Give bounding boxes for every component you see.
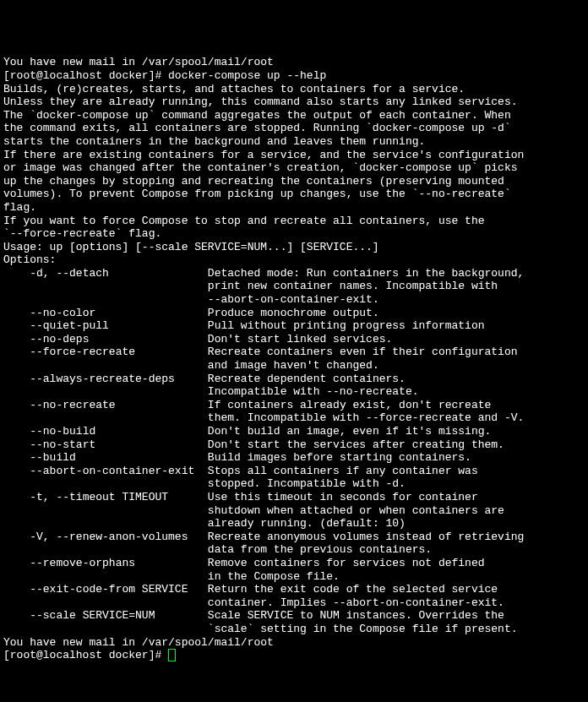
- terminal-line: `scale` setting in the Compose file if p…: [3, 623, 585, 636]
- terminal-line: -t, --timeout TIMEOUT Use this timeout i…: [3, 491, 585, 504]
- terminal-line: --no-build Don't build an image, even if…: [3, 425, 585, 438]
- terminal-line: Incompatible with --no-recreate.: [3, 385, 585, 399]
- terminal-line: `--force-recreate` flag.: [3, 227, 585, 241]
- terminal-line: stopped. Incompatible with -d.: [3, 477, 585, 491]
- terminal-line: Builds, (re)creates, starts, and attache…: [3, 83, 585, 96]
- terminal-line: Usage: up [options] [--scale SERVICE=NUM…: [3, 241, 585, 254]
- terminal-line: --remove-orphans Remove containers for s…: [3, 557, 585, 570]
- terminal-line: --no-color Produce monochrome output.: [3, 307, 585, 320]
- terminal-line: If there are existing containers for a s…: [3, 149, 585, 162]
- terminal-line: or image was changed after the container…: [3, 161, 585, 175]
- terminal-line: starts the containers in the background …: [3, 135, 585, 149]
- terminal-line: -V, --renew-anon-volumes Recreate anonym…: [3, 531, 585, 544]
- terminal-line: volumes). To prevent Compose from pickin…: [3, 188, 585, 201]
- terminal-line: data from the previous containers.: [3, 543, 585, 557]
- terminal-line: --abort-on-container-exit Stops all cont…: [3, 465, 585, 478]
- terminal-line: --exit-code-from SERVICE Return the exit…: [3, 583, 585, 596]
- terminal-line: --always-recreate-deps Recreate dependen…: [3, 373, 585, 386]
- terminal-line: flag.: [3, 201, 585, 215]
- terminal-line: container. Implies --abort-on-container-…: [3, 596, 585, 610]
- terminal-line: You have new mail in /var/spool/mail/roo…: [3, 636, 585, 650]
- terminal-line: --force-recreate Recreate containers eve…: [3, 346, 585, 359]
- terminal-line: Options:: [3, 253, 585, 267]
- terminal-line: --no-deps Don't start linked services.: [3, 333, 585, 346]
- terminal-line: up the changes by stopping and recreatin…: [3, 175, 585, 188]
- terminal-line: in the Compose file.: [3, 570, 585, 584]
- terminal-line: and image haven't changed.: [3, 359, 585, 373]
- terminal-line: --no-start Don't start the services afte…: [3, 438, 585, 452]
- terminal-line: --scale SERVICE=NUM Scale SERVICE to NUM…: [3, 609, 585, 623]
- terminal-line: The `docker-compose up` command aggregat…: [3, 109, 585, 122]
- cursor: [168, 649, 176, 661]
- terminal-line: print new container names. Incompatible …: [3, 280, 585, 293]
- terminal-line: them. Incompatible with --force-recreate…: [3, 411, 585, 425]
- terminal-line: Unless they are already running, this co…: [3, 95, 585, 109]
- terminal-line: If you want to force Compose to stop and…: [3, 215, 585, 228]
- terminal-line: the command exits, all containers are st…: [3, 122, 585, 135]
- shell-prompt: [root@localhost docker]#: [3, 649, 168, 661]
- terminal-line: [root@localhost docker]# docker-compose …: [3, 69, 585, 83]
- terminal-line: --build Build images before starting con…: [3, 451, 585, 465]
- terminal-line: --abort-on-container-exit.: [3, 293, 585, 307]
- terminal-line: --quiet-pull Pull without printing progr…: [3, 319, 585, 333]
- terminal-line: You have new mail in /var/spool/mail/roo…: [3, 56, 585, 69]
- terminal-line: --no-recreate If containers already exis…: [3, 399, 585, 412]
- terminal-line: -d, --detach Detached mode: Run containe…: [3, 267, 585, 280]
- terminal-line: shutdown when attached or when container…: [3, 504, 585, 518]
- terminal-output[interactable]: You have new mail in /var/spool/mail/roo…: [3, 56, 585, 661]
- terminal-line: already running. (default: 10): [3, 517, 585, 531]
